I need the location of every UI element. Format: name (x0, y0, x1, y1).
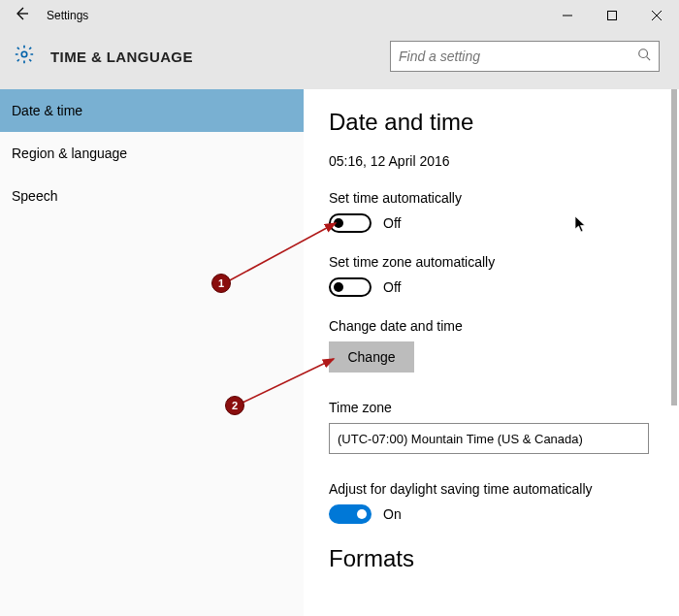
window-titlebar: Settings (0, 0, 679, 31)
sidebar-item-speech[interactable]: Speech (0, 175, 304, 217)
search-icon (637, 48, 651, 65)
page-heading: Date and time (329, 109, 679, 136)
svg-line-6 (647, 57, 651, 61)
scrollbar-thumb[interactable] (671, 89, 677, 405)
window-title: Settings (47, 9, 88, 22)
set-tz-auto-toggle[interactable] (329, 277, 372, 297)
timezone-label: Time zone (329, 400, 679, 415)
set-time-auto-toggle[interactable] (329, 213, 372, 233)
sidebar-item-region-language[interactable]: Region & language (0, 132, 304, 175)
sidebar-item-label: Speech (12, 188, 57, 204)
sidebar-item-label: Date & time (12, 103, 82, 118)
header: TIME & LANGUAGE (0, 31, 679, 89)
sidebar-item-date-time[interactable]: Date & time (0, 89, 304, 132)
search-input[interactable] (399, 49, 637, 64)
sidebar: Date & time Region & language Speech (0, 89, 304, 616)
close-button[interactable] (634, 0, 679, 31)
back-icon[interactable] (14, 6, 29, 25)
set-time-auto-label: Set time automatically (329, 190, 679, 206)
formats-heading: Formats (329, 545, 679, 572)
timezone-select[interactable]: (UTC-07:00) Mountain Time (US & Canada) (329, 423, 649, 454)
svg-point-5 (639, 49, 648, 58)
maximize-button[interactable] (590, 0, 634, 31)
set-time-auto-state: Off (383, 215, 401, 231)
change-button[interactable]: Change (329, 341, 414, 373)
minimize-button[interactable] (545, 0, 590, 31)
dst-state: On (383, 506, 402, 522)
dst-toggle[interactable] (329, 504, 372, 524)
set-tz-auto-state: Off (383, 279, 401, 295)
svg-rect-1 (608, 12, 617, 20)
change-dt-label: Change date and time (329, 318, 679, 334)
set-tz-auto-label: Set time zone automatically (329, 254, 679, 270)
content-pane: Date and time 05:16, 12 April 2016 Set t… (304, 89, 679, 616)
scrollbar[interactable] (663, 89, 677, 616)
current-datetime: 05:16, 12 April 2016 (329, 153, 679, 169)
dst-label: Adjust for daylight saving time automati… (329, 481, 679, 497)
search-box[interactable] (390, 41, 660, 72)
gear-icon (14, 44, 35, 69)
svg-point-4 (21, 51, 27, 57)
section-title: TIME & LANGUAGE (50, 49, 193, 65)
sidebar-item-label: Region & language (12, 146, 127, 161)
